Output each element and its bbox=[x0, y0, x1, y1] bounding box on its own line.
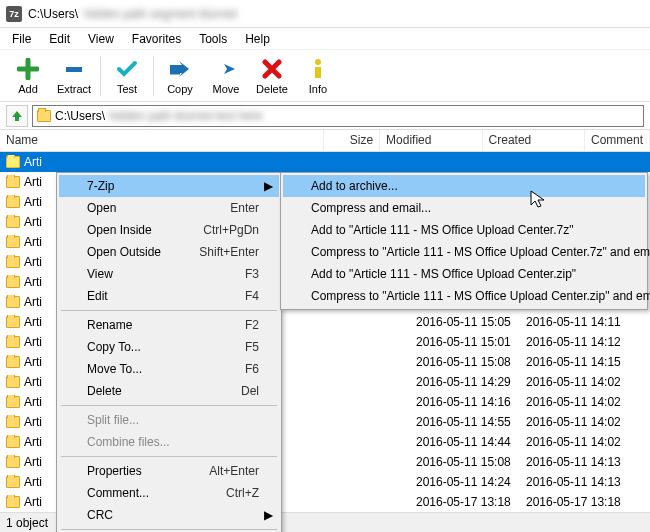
copy-button[interactable]: Copy bbox=[158, 53, 202, 99]
col-modified[interactable]: Modified bbox=[380, 130, 482, 151]
menu-item[interactable]: Open InsideCtrl+PgDn bbox=[59, 219, 279, 241]
submenu-item[interactable]: Compress to "Article 111 - MS Office Upl… bbox=[283, 241, 645, 263]
titlebar: 7z C:\Users\ hidden path segment blurred bbox=[0, 0, 650, 28]
modified-cell: 2016-05-11 14:29 bbox=[410, 375, 520, 389]
folder-icon bbox=[6, 396, 20, 408]
menu-item[interactable]: CRC▶ bbox=[59, 504, 279, 526]
menu-item[interactable]: ViewF3 bbox=[59, 263, 279, 285]
file-name: Arti bbox=[24, 175, 42, 189]
menu-edit[interactable]: Edit bbox=[41, 30, 78, 48]
add-button[interactable]: Add bbox=[6, 53, 50, 99]
submenu-item[interactable]: Add to archive... bbox=[283, 175, 645, 197]
submenu-arrow-icon: ▶ bbox=[264, 508, 273, 522]
x-icon bbox=[260, 57, 284, 81]
submenu-item[interactable]: Compress and email... bbox=[283, 197, 645, 219]
file-name: Arti bbox=[24, 195, 42, 209]
table-row[interactable]: Arti bbox=[0, 152, 650, 172]
menu-shortcut: Del bbox=[241, 384, 259, 398]
submenu-label: Compress to "Article 111 - MS Office Upl… bbox=[311, 289, 650, 303]
svg-point-1 bbox=[315, 59, 321, 65]
file-name: Arti bbox=[24, 255, 42, 269]
file-name: Arti bbox=[24, 475, 42, 489]
created-cell: 2016-05-11 14:02 bbox=[520, 375, 630, 389]
menu-item[interactable]: DeleteDel bbox=[59, 380, 279, 402]
created-cell: 2016-05-11 14:02 bbox=[520, 415, 630, 429]
menu-label: Properties bbox=[87, 464, 142, 478]
test-button[interactable]: Test bbox=[105, 53, 149, 99]
menu-label: Edit bbox=[87, 289, 108, 303]
move-button[interactable]: Move bbox=[204, 53, 248, 99]
menu-item[interactable]: Move To...F6 bbox=[59, 358, 279, 380]
menu-item[interactable]: Open OutsideShift+Enter bbox=[59, 241, 279, 263]
menu-favorites[interactable]: Favorites bbox=[124, 30, 189, 48]
copy-arrow-icon bbox=[168, 57, 192, 81]
submenu-item[interactable]: Add to "Article 111 - MS Office Upload C… bbox=[283, 263, 645, 285]
menu-file[interactable]: File bbox=[4, 30, 39, 48]
file-name: Arti bbox=[24, 275, 42, 289]
menubar: File Edit View Favorites Tools Help bbox=[0, 28, 650, 50]
menu-label: Rename bbox=[87, 318, 132, 332]
submenu-label: Compress to "Article 111 - MS Office Upl… bbox=[311, 245, 650, 259]
delete-button[interactable]: Delete bbox=[250, 53, 294, 99]
up-button[interactable] bbox=[6, 105, 28, 127]
menu-shortcut: Ctrl+PgDn bbox=[203, 223, 259, 237]
menu-label: Copy To... bbox=[87, 340, 141, 354]
status-text: 1 object bbox=[6, 516, 48, 530]
file-name: Arti bbox=[24, 295, 42, 309]
menu-item[interactable]: PropertiesAlt+Enter bbox=[59, 460, 279, 482]
col-comment[interactable]: Comment bbox=[585, 130, 650, 151]
menu-item[interactable]: EditF4 bbox=[59, 285, 279, 307]
info-button[interactable]: Info bbox=[296, 53, 340, 99]
menu-shortcut: F3 bbox=[245, 267, 259, 281]
modified-cell: 2016-05-11 15:08 bbox=[410, 355, 520, 369]
menu-shortcut: F4 bbox=[245, 289, 259, 303]
folder-icon bbox=[6, 416, 20, 428]
file-name: Arti bbox=[24, 455, 42, 469]
menu-shortcut: Alt+Enter bbox=[209, 464, 259, 478]
col-created[interactable]: Created bbox=[483, 130, 585, 151]
submenu-item[interactable]: Compress to "Article 111 - MS Office Upl… bbox=[283, 285, 645, 307]
menu-label: Delete bbox=[87, 384, 122, 398]
svg-rect-0 bbox=[66, 67, 82, 72]
file-name: Arti bbox=[24, 155, 42, 169]
created-cell: 2016-05-11 14:12 bbox=[520, 335, 630, 349]
move-arrow-icon bbox=[214, 57, 238, 81]
menu-item[interactable]: OpenEnter bbox=[59, 197, 279, 219]
menu-shortcut: Enter bbox=[230, 201, 259, 215]
folder-icon bbox=[6, 376, 20, 388]
menu-item[interactable]: RenameF2 bbox=[59, 314, 279, 336]
created-cell: 2016-05-11 14:02 bbox=[520, 395, 630, 409]
extract-button[interactable]: Extract bbox=[52, 53, 96, 99]
menu-item: Split file... bbox=[59, 409, 279, 431]
folder-icon bbox=[6, 496, 20, 508]
check-icon bbox=[115, 57, 139, 81]
menu-view[interactable]: View bbox=[80, 30, 122, 48]
modified-cell: 2016-05-11 14:16 bbox=[410, 395, 520, 409]
col-name[interactable]: Name bbox=[0, 130, 324, 151]
menu-item[interactable]: Copy To...F5 bbox=[59, 336, 279, 358]
menu-label: Move To... bbox=[87, 362, 142, 376]
address-field[interactable]: C:\Users\ hidden path blurred text here bbox=[32, 105, 644, 127]
menu-item[interactable]: 7-Zip▶ bbox=[59, 175, 279, 197]
folder-icon bbox=[6, 336, 20, 348]
app-icon: 7z bbox=[6, 6, 22, 22]
folder-icon bbox=[6, 156, 20, 168]
menu-help[interactable]: Help bbox=[237, 30, 278, 48]
file-name: Arti bbox=[24, 355, 42, 369]
move-label: Move bbox=[213, 83, 240, 95]
info-label: Info bbox=[309, 83, 327, 95]
file-name: Arti bbox=[24, 375, 42, 389]
folder-icon bbox=[37, 110, 51, 122]
folder-icon bbox=[6, 216, 20, 228]
submenu-item[interactable]: Add to "Article 111 - MS Office Upload C… bbox=[283, 219, 645, 241]
toolbar: Add Extract Test Copy Move Delete Info bbox=[0, 50, 650, 102]
created-cell: 2016-05-11 14:13 bbox=[520, 475, 630, 489]
svg-rect-2 bbox=[315, 67, 321, 78]
test-label: Test bbox=[117, 83, 137, 95]
menu-item[interactable]: Comment...Ctrl+Z bbox=[59, 482, 279, 504]
col-size[interactable]: Size bbox=[324, 130, 380, 151]
modified-cell: 2016-05-11 14:24 bbox=[410, 475, 520, 489]
menu-tools[interactable]: Tools bbox=[191, 30, 235, 48]
menu-item: Combine files... bbox=[59, 431, 279, 453]
submenu-label: Compress and email... bbox=[311, 201, 431, 215]
